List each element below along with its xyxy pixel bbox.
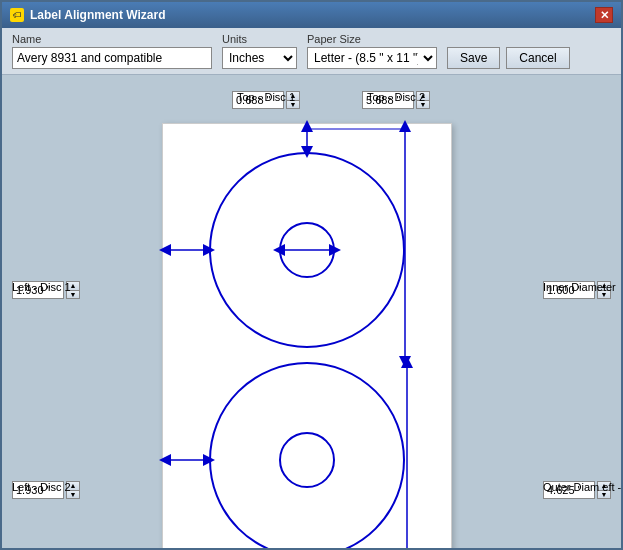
toolbar: Name Units Inches Centimeters Millimeter… — [2, 28, 621, 75]
inner-diameter-label: Inner Diameter — [543, 281, 616, 293]
outer-diameter-label: Outer Diam eft - — [543, 481, 621, 493]
name-label: Name — [12, 33, 212, 45]
paper-field-group: Paper Size Letter - (8.5 " x 11 ") A4 Le… — [307, 33, 437, 69]
top-disc1-group: Top - Disc 1 ▲ ▼ — [232, 91, 300, 109]
top-disc2-group: Top - Disc 2 ▲ ▼ — [362, 91, 430, 109]
main-content: Top - Disc 1 ▲ ▼ Top - Disc 2 ▲ ▼ — [2, 75, 621, 548]
top-disc1-label: Top - Disc 1 — [237, 91, 295, 103]
window-icon: 🏷 — [10, 8, 24, 22]
title-text: Label Alignment Wizard — [30, 8, 165, 22]
close-button[interactable]: ✕ — [595, 7, 613, 23]
save-button[interactable]: Save — [447, 47, 500, 69]
paper-label: Paper Size — [307, 33, 437, 45]
left-disc1-label: Left - Disc 1 — [12, 281, 71, 293]
left-disc2-group: Left - Disc 2 ▲ ▼ — [12, 481, 80, 499]
units-select[interactable]: Inches Centimeters Millimeters — [222, 47, 297, 69]
toolbar-buttons: Save Cancel — [447, 47, 570, 69]
cancel-button[interactable]: Cancel — [506, 47, 569, 69]
units-label: Units — [222, 33, 297, 45]
title-bar: 🏷 Label Alignment Wizard ✕ — [2, 2, 621, 28]
name-field-group: Name — [12, 33, 212, 69]
units-field-group: Units Inches Centimeters Millimeters — [222, 33, 297, 69]
inner-diameter-group: Inner Diameter ▲ ▼ — [543, 281, 611, 299]
paper-select[interactable]: Letter - (8.5 " x 11 ") A4 Legal — [307, 47, 437, 69]
outer-diameter-group: Outer Diam eft - ▲ ▼ — [543, 481, 611, 499]
name-input[interactable] — [12, 47, 212, 69]
left-disc1-group: Left - Disc 1 ▲ ▼ — [12, 281, 80, 299]
dimension-arrows — [163, 124, 451, 548]
top-disc2-label: Top - Disc 2 — [367, 91, 425, 103]
diagram-wrapper: Top - Disc 1 ▲ ▼ Top - Disc 2 ▲ ▼ — [10, 83, 613, 548]
left-disc2-label: Left - Disc 2 — [12, 481, 71, 493]
main-window: 🏷 Label Alignment Wizard ✕ Name Units In… — [0, 0, 623, 550]
paper: www.heritagechristian — [162, 123, 452, 548]
